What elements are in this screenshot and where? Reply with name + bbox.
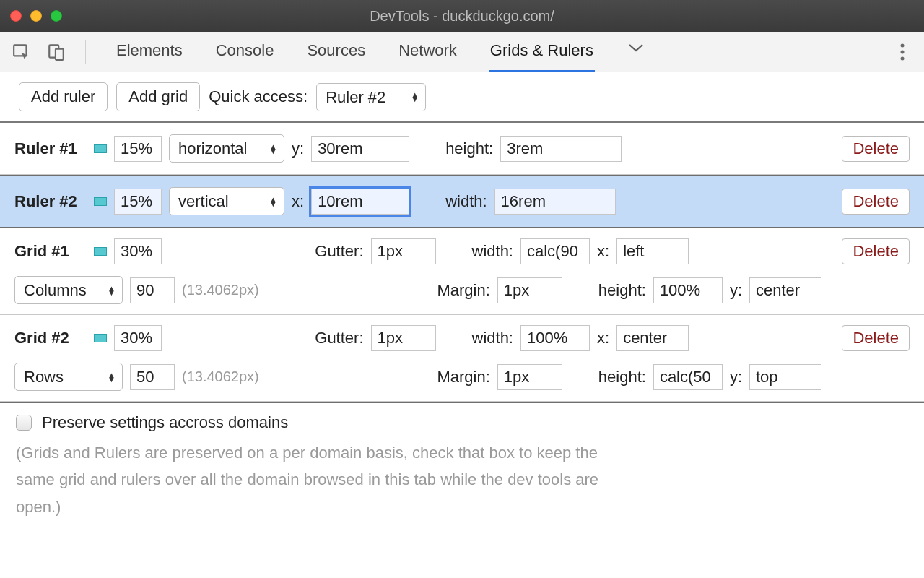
preserve-settings-checkbox[interactable] — [16, 415, 32, 431]
ruler-position-label: x: — [292, 192, 304, 211]
ruler-size-input[interactable] — [500, 136, 622, 162]
width-label: width: — [472, 242, 513, 261]
gutter-label: Gutter: — [315, 242, 363, 261]
ruler-orientation-select[interactable]: vertical — [169, 187, 284, 215]
color-swatch-icon[interactable] — [94, 334, 107, 342]
ruler-size-input[interactable] — [494, 189, 616, 215]
color-swatch-icon[interactable] — [94, 144, 107, 153]
ruler-position-input[interactable] — [311, 189, 409, 215]
more-tabs-button[interactable] — [625, 31, 647, 72]
height-label: height: — [598, 281, 646, 300]
divider — [85, 40, 86, 64]
svg-point-5 — [901, 56, 905, 60]
quick-access-label: Quick access: — [209, 87, 308, 106]
grid-width-input[interactable] — [520, 238, 590, 264]
ruler-opacity-input[interactable] — [114, 136, 162, 162]
items-panel: Ruler #1 horizontal ▲▼ y: height: Delete… — [0, 123, 924, 402]
ruler-size-label: width: — [445, 192, 487, 211]
delete-button[interactable]: Delete — [842, 136, 910, 162]
grid-height-input[interactable] — [653, 277, 723, 303]
tab-network[interactable]: Network — [397, 31, 458, 72]
devtools-menu-icon[interactable] — [892, 42, 912, 62]
minimize-window-icon[interactable] — [30, 10, 42, 22]
grid-margin-input[interactable] — [497, 364, 562, 390]
grid-y-label: y: — [730, 368, 742, 387]
margin-label: Margin: — [437, 368, 489, 387]
maximize-window-icon[interactable] — [51, 10, 62, 22]
color-swatch-icon[interactable] — [94, 247, 107, 256]
add-ruler-button[interactable]: Add ruler — [19, 82, 108, 111]
divider — [873, 40, 873, 64]
close-window-icon[interactable] — [10, 10, 22, 22]
devtools-tabbar: Elements Console Sources Network Grids &… — [0, 32, 924, 72]
device-toolbar-icon[interactable] — [46, 42, 66, 62]
grid-pixel-hint: (13.4062px) — [182, 282, 259, 298]
ruler-opacity-input[interactable] — [114, 189, 162, 215]
grid-count-input[interactable] — [130, 277, 175, 303]
footer: Preserve settings accross domains (Grids… — [0, 402, 924, 535]
grid-y-input[interactable] — [749, 277, 821, 303]
quick-access-select[interactable]: Ruler #2 — [316, 83, 426, 111]
grid-margin-input[interactable] — [497, 277, 562, 303]
width-label: width: — [472, 329, 513, 348]
grid-width-input[interactable] — [520, 325, 590, 351]
grid-name: Grid #2 — [14, 329, 87, 348]
svg-rect-2 — [56, 48, 64, 59]
ruler-size-label: height: — [445, 139, 493, 158]
color-swatch-icon[interactable] — [94, 197, 107, 206]
inspect-element-icon[interactable] — [12, 42, 32, 62]
grid-type-select[interactable]: Rows — [14, 363, 123, 391]
grid-type-select[interactable]: Columns — [14, 276, 123, 304]
tab-grids-rulers[interactable]: Grids & Rulers — [489, 31, 595, 72]
ruler-position-input[interactable] — [311, 136, 409, 162]
grid-pixel-hint: (13.4062px) — [182, 368, 259, 385]
preserve-settings-row[interactable]: Preserve settings accross domains — [16, 413, 908, 432]
svg-point-3 — [901, 43, 905, 47]
ruler-name: Ruler #1 — [14, 139, 87, 158]
traffic-lights — [10, 10, 62, 22]
delete-button[interactable]: Delete — [842, 238, 910, 264]
grid-opacity-input[interactable] — [114, 325, 162, 351]
delete-button[interactable]: Delete — [842, 325, 910, 351]
add-grid-button[interactable]: Add grid — [116, 82, 200, 111]
panel-tabs: Elements Console Sources Network Grids &… — [115, 31, 854, 72]
window-title: DevTools - duckduckgo.com/ — [0, 8, 924, 25]
delete-button[interactable]: Delete — [842, 189, 910, 215]
window-titlebar: DevTools - duckduckgo.com/ — [0, 0, 924, 32]
grid-x-label: x: — [597, 329, 609, 348]
ruler-orientation-select[interactable]: horizontal — [169, 134, 284, 163]
margin-label: Margin: — [437, 281, 489, 300]
grid-x-input[interactable] — [616, 325, 689, 351]
grid-y-label: y: — [730, 281, 742, 300]
grid-count-input[interactable] — [130, 364, 175, 390]
grid-name: Grid #1 — [14, 242, 87, 261]
grid-y-input[interactable] — [749, 364, 821, 390]
grid-x-input[interactable] — [616, 238, 689, 264]
grid-x-label: x: — [597, 242, 609, 261]
preserve-settings-help: (Grids and Rulers are preserved on a per… — [16, 439, 622, 520]
gutter-label: Gutter: — [315, 329, 363, 348]
grid-gutter-input[interactable] — [371, 325, 436, 351]
height-label: height: — [598, 368, 646, 387]
preserve-settings-label: Preserve settings accross domains — [42, 413, 288, 432]
grid-opacity-input[interactable] — [114, 238, 162, 264]
svg-point-4 — [901, 50, 905, 53]
grids-rulers-toolbar: Add ruler Add grid Quick access: Ruler #… — [0, 72, 924, 123]
ruler-row[interactable]: Ruler #2 vertical ▲▼ x: width: Delete — [0, 175, 924, 228]
tab-elements[interactable]: Elements — [115, 31, 184, 72]
tab-sources[interactable]: Sources — [305, 31, 367, 72]
grid-gutter-input[interactable] — [371, 238, 436, 264]
grid-height-input[interactable] — [653, 364, 723, 390]
ruler-position-label: y: — [292, 139, 304, 158]
ruler-name: Ruler #2 — [14, 192, 87, 211]
grid-row[interactable]: Grid #1 Gutter: width: x: Delete Columns… — [0, 228, 924, 315]
ruler-row[interactable]: Ruler #1 horizontal ▲▼ y: height: Delete — [0, 123, 924, 175]
tab-console[interactable]: Console — [214, 31, 276, 72]
grid-row[interactable]: Grid #2 Gutter: width: x: Delete Rows ▲▼… — [0, 315, 924, 402]
